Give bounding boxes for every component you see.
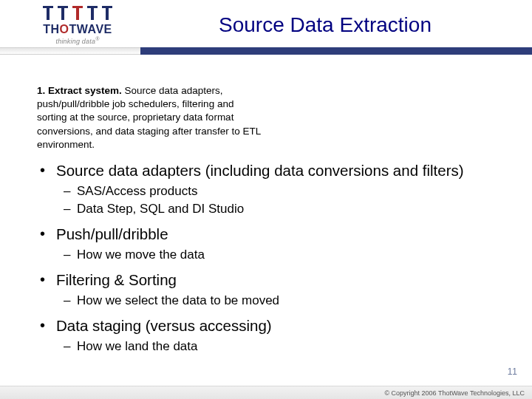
logo-ticks-icon <box>22 6 133 8</box>
bullet-text: Push/pull/dribble <box>56 225 168 242</box>
bullet-text: Data staging (versus accessing) <box>56 317 272 334</box>
sub-list: SAS/Access products Data Step, SQL and D… <box>56 183 510 217</box>
slide-title: Source Data Extraction <box>140 13 510 37</box>
sub-list: How we move the data <box>56 247 510 263</box>
sub-list: How we select the data to be moved <box>56 293 510 309</box>
bullet-item: Push/pull/dribble How we move the data <box>37 225 510 263</box>
sub-item: How we land the data <box>56 338 510 355</box>
sub-list: How we land the data <box>56 338 510 355</box>
copyright-text: Copyright 2006 ThotWave Technologies, LL… <box>392 389 525 397</box>
sub-item: Data Step, SQL and DI Studio <box>56 201 510 217</box>
callout-lead: 1. Extract system. <box>37 85 122 96</box>
sub-item: How we select the data to be moved <box>56 293 510 309</box>
extract-system-callout: 1. Extract system. Source data adapters,… <box>37 84 266 151</box>
slide-header: THOTWAVE thinking data® Source Data Extr… <box>0 0 532 74</box>
bullet-item: Source data adapters (including data con… <box>37 161 510 217</box>
page-number: 11 <box>508 366 517 377</box>
bullet-text: Filtering & Sorting <box>56 271 177 288</box>
bullet-item: Data staging (versus accessing) How we l… <box>37 316 510 355</box>
copyright-symbol: © <box>384 389 389 397</box>
slide-footer: © Copyright 2006 ThotWave Technologies, … <box>0 386 532 399</box>
bullet-text: Source data adapters (including data con… <box>56 162 464 179</box>
bullet-list: Source data adapters (including data con… <box>37 161 510 362</box>
logo-tagline: thinking data® <box>22 36 133 45</box>
header-divider-accent <box>140 47 532 55</box>
brand-logo: THOTWAVE thinking data® <box>22 6 133 69</box>
logo-name: THOTWAVE <box>22 23 133 36</box>
sub-item: How we move the data <box>56 247 510 263</box>
bullet-item: Filtering & Sorting How we select the da… <box>37 270 510 309</box>
sub-item: SAS/Access products <box>56 183 510 200</box>
